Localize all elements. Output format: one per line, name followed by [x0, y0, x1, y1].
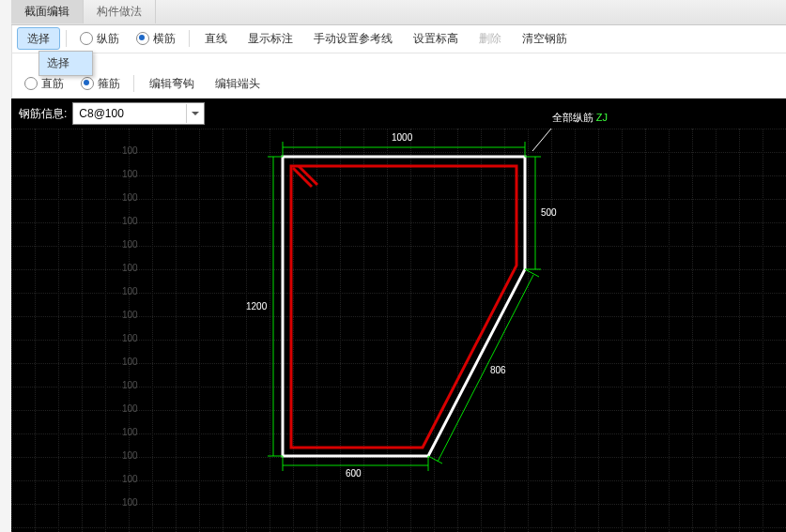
dim-left: 1200: [246, 301, 267, 312]
radio-transverse-label: 横筋: [153, 31, 176, 47]
toolbar-row-1: 选择 纵筋 横筋 直线 显示标注 手动设置参考线 设置标高 删除 清空钢筋: [11, 24, 786, 53]
radio-longitudinal-label: 纵筋: [97, 31, 119, 47]
radio-stirrup[interactable]: 箍筋: [73, 76, 128, 92]
tab-component-method[interactable]: 构件做法: [84, 0, 156, 23]
rebar-info-input[interactable]: [73, 104, 186, 123]
toolbar-row-2: 直筋 箍筋 编辑弯钩 编辑端头: [11, 69, 786, 99]
delete-button[interactable]: 删除: [470, 27, 511, 50]
clear-button[interactable]: 清空钢筋: [513, 27, 577, 50]
dim-right: 500: [541, 207, 557, 218]
edit-end-button[interactable]: 编辑端头: [206, 72, 270, 95]
shape-layer: [11, 129, 786, 532]
tab-strip: 截面编辑 构件做法: [11, 0, 786, 25]
radio-transverse[interactable]: 横筋: [129, 31, 183, 47]
set-elev-button[interactable]: 设置标高: [404, 27, 468, 50]
radio-straight-label: 直筋: [41, 76, 64, 92]
svg-line-19: [532, 129, 556, 151]
select-dropdown: 选择: [39, 51, 93, 76]
svg-line-11: [525, 269, 539, 277]
select-dropdown-item[interactable]: 选择: [39, 52, 92, 75]
set-ref-button[interactable]: 手动设置参考线: [304, 27, 402, 50]
svg-marker-1: [291, 166, 516, 448]
line-button[interactable]: 直线: [195, 27, 237, 50]
dim-top: 1000: [392, 132, 412, 143]
drawing-canvas[interactable]: // placeholder; actual grid generated be…: [11, 129, 786, 532]
dim-diag: 806: [490, 365, 506, 375]
radio-stirrup-label: 箍筋: [98, 76, 120, 92]
select-button[interactable]: 选择: [17, 27, 60, 50]
show-dim-button[interactable]: 显示标注: [239, 27, 302, 50]
svg-line-10: [438, 275, 533, 462]
dim-bottom: 600: [346, 468, 362, 479]
chevron-down-icon[interactable]: [186, 104, 204, 123]
rebar-info-label: 钢筋信息:: [19, 106, 67, 122]
svg-marker-0: [283, 157, 525, 456]
radio-straight[interactable]: 直筋: [17, 76, 71, 92]
edit-hook-button[interactable]: 编辑弯钩: [140, 72, 204, 95]
rebar-info-bar: 钢筋信息:: [11, 99, 786, 129]
tab-section-edit[interactable]: 截面编辑: [11, 0, 84, 23]
radio-longitudinal[interactable]: 纵筋: [72, 31, 127, 47]
rebar-info-combo[interactable]: [72, 102, 205, 125]
note-all-longitudinal: 全部纵筋 ZJ: [552, 111, 608, 125]
